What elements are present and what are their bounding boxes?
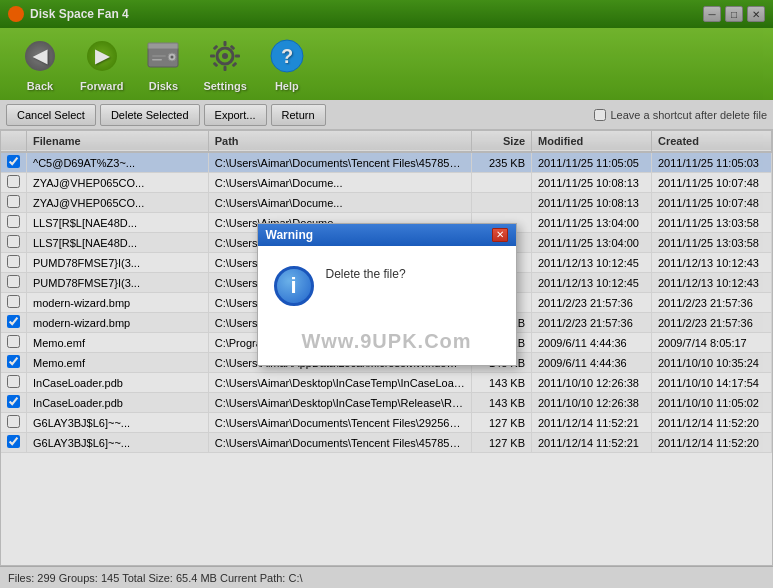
- dialog-close-button[interactable]: ✕: [492, 228, 508, 242]
- dialog-title: Warning: [266, 228, 314, 242]
- dialog-message: Delete the file?: [326, 266, 406, 283]
- dialog-body: i Delete the file?: [258, 246, 516, 326]
- dialog-watermark: Www.9UPK.Com: [258, 326, 516, 365]
- dialog-overlay: Warning ✕ i Delete the file? Www.9UPK.Co…: [0, 0, 773, 588]
- dialog-title-bar: Warning ✕: [258, 224, 516, 246]
- warning-icon: i: [274, 266, 314, 306]
- warning-dialog: Warning ✕ i Delete the file? Www.9UPK.Co…: [257, 223, 517, 366]
